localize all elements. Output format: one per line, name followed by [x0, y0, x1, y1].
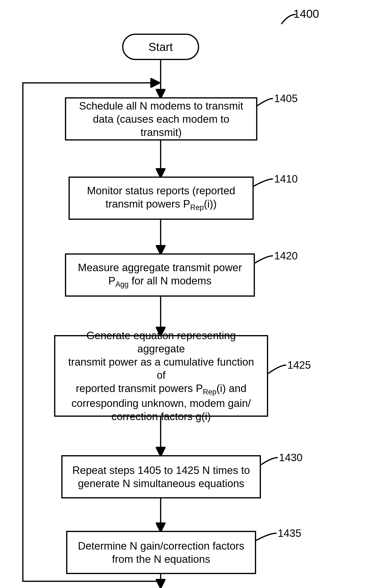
process-step-1425: Generate equation representing aggregate… — [54, 335, 268, 417]
step-1430-text: Repeat steps 1405 to 1425 N times to gen… — [70, 463, 252, 490]
process-step-1435: Determine N gain/correction factors from… — [66, 531, 256, 574]
ref-label-1435: 1435 — [278, 527, 301, 539]
process-step-1405: Schedule all N modems to transmit data (… — [65, 97, 257, 140]
start-node: Start — [122, 34, 199, 60]
step-1425-text: Generate equation representing aggregate… — [62, 329, 260, 423]
step-1405-text: Schedule all N modems to transmit data (… — [73, 99, 249, 139]
step-1420-text: Measure aggregate transmit power PAgg fo… — [78, 261, 242, 289]
flowchart: 1400 Start Schedule all N modems to tran… — [0, 0, 366, 588]
step-1435-text: Determine N gain/correction factors from… — [75, 539, 248, 566]
ref-label-1410: 1410 — [274, 173, 298, 185]
start-text: Start — [148, 40, 173, 54]
ref-label-1420: 1420 — [274, 250, 298, 262]
ref-label-1405: 1405 — [274, 92, 298, 104]
process-step-1430: Repeat steps 1405 to 1425 N times to gen… — [61, 455, 261, 498]
ref-label-1425: 1425 — [287, 359, 311, 371]
figure-number-label: 1400 — [293, 7, 319, 20]
ref-label-1430: 1430 — [279, 452, 303, 463]
process-step-1420: Measure aggregate transmit power PAgg fo… — [65, 253, 255, 297]
process-step-1410: Monitor status reports (reported transmi… — [69, 176, 254, 220]
step-1410-text: Monitor status reports (reported transmi… — [87, 184, 235, 212]
